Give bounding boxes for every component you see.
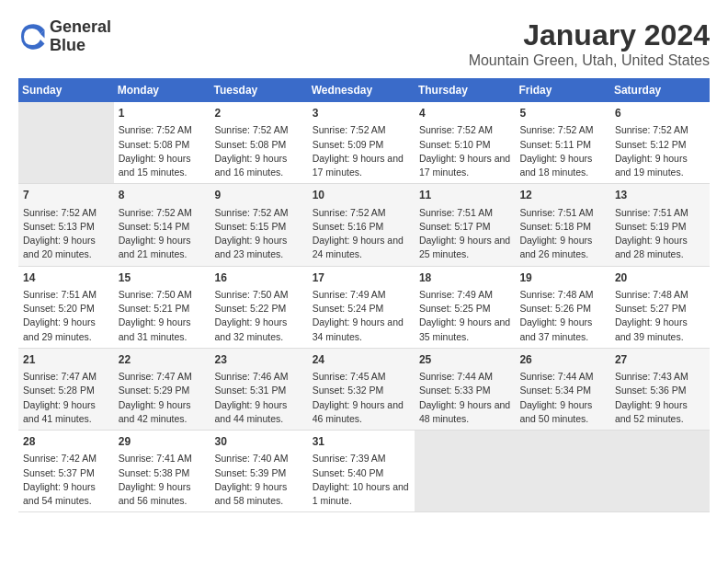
- day-info: Sunrise: 7:52 AMSunset: 5:09 PMDaylight:…: [313, 123, 410, 179]
- day-cell: 16Sunrise: 7:50 AMSunset: 5:22 PMDayligh…: [210, 266, 308, 348]
- header-cell-monday: Monday: [114, 78, 210, 102]
- day-info: Sunrise: 7:51 AMSunset: 5:20 PMDaylight:…: [23, 288, 109, 344]
- day-info: Sunrise: 7:44 AMSunset: 5:34 PMDaylight:…: [519, 370, 605, 426]
- day-number: 28: [23, 434, 109, 450]
- week-row-3: 14Sunrise: 7:51 AMSunset: 5:20 PMDayligh…: [18, 266, 710, 348]
- day-info: Sunrise: 7:47 AMSunset: 5:29 PMDaylight:…: [119, 370, 206, 426]
- day-number: 9: [215, 188, 303, 203]
- day-cell: 23Sunrise: 7:46 AMSunset: 5:31 PMDayligh…: [210, 348, 308, 430]
- day-info: Sunrise: 7:46 AMSunset: 5:31 PMDaylight:…: [215, 370, 303, 426]
- day-cell: 10Sunrise: 7:52 AMSunset: 5:16 PMDayligh…: [308, 184, 415, 266]
- day-cell: 27Sunrise: 7:43 AMSunset: 5:36 PMDayligh…: [610, 348, 710, 430]
- header-cell-sunday: Sunday: [18, 78, 114, 102]
- day-cell: [415, 431, 516, 512]
- page-subtitle: Mountain Green, Utah, United States: [469, 52, 710, 69]
- day-cell: 28Sunrise: 7:42 AMSunset: 5:37 PMDayligh…: [18, 431, 114, 512]
- header-row: SundayMondayTuesdayWednesdayThursdayFrid…: [18, 78, 710, 102]
- day-cell: 9Sunrise: 7:52 AMSunset: 5:15 PMDaylight…: [210, 184, 308, 266]
- day-number: 10: [313, 188, 410, 203]
- day-number: 19: [519, 270, 605, 286]
- day-info: Sunrise: 7:52 AMSunset: 5:10 PMDaylight:…: [419, 123, 511, 179]
- day-cell: [610, 431, 710, 512]
- page-header: General Blue January 2024 Mountain Green…: [18, 18, 710, 69]
- header-cell-wednesday: Wednesday: [308, 78, 415, 102]
- week-row-5: 28Sunrise: 7:42 AMSunset: 5:37 PMDayligh…: [18, 431, 710, 512]
- day-info: Sunrise: 7:52 AMSunset: 5:12 PMDaylight:…: [615, 123, 705, 179]
- day-number: 3: [313, 106, 410, 121]
- day-cell: 19Sunrise: 7:48 AMSunset: 5:26 PMDayligh…: [515, 266, 609, 348]
- day-cell: 31Sunrise: 7:39 AMSunset: 5:40 PMDayligh…: [308, 431, 415, 512]
- title-block: January 2024 Mountain Green, Utah, Unite…: [469, 18, 710, 69]
- day-number: 29: [119, 434, 206, 450]
- day-cell: 1Sunrise: 7:52 AMSunset: 5:08 PMDaylight…: [114, 102, 210, 184]
- day-number: 6: [615, 106, 705, 121]
- logo-icon: [18, 23, 46, 51]
- day-number: 23: [215, 352, 303, 368]
- day-number: 14: [23, 270, 109, 286]
- day-number: 31: [313, 434, 410, 450]
- day-info: Sunrise: 7:49 AMSunset: 5:24 PMDaylight:…: [313, 288, 410, 344]
- day-cell: 3Sunrise: 7:52 AMSunset: 5:09 PMDaylight…: [308, 102, 415, 184]
- calendar-table: SundayMondayTuesdayWednesdayThursdayFrid…: [18, 78, 710, 512]
- day-cell: 2Sunrise: 7:52 AMSunset: 5:08 PMDaylight…: [210, 102, 308, 184]
- day-cell: 14Sunrise: 7:51 AMSunset: 5:20 PMDayligh…: [18, 266, 114, 348]
- day-cell: [515, 431, 609, 512]
- day-number: 20: [615, 270, 705, 286]
- day-info: Sunrise: 7:42 AMSunset: 5:37 PMDaylight:…: [23, 452, 109, 508]
- day-info: Sunrise: 7:41 AMSunset: 5:38 PMDaylight:…: [119, 452, 206, 508]
- day-number: 21: [23, 352, 109, 368]
- day-info: Sunrise: 7:40 AMSunset: 5:39 PMDaylight:…: [215, 452, 303, 508]
- day-cell: 6Sunrise: 7:52 AMSunset: 5:12 PMDaylight…: [610, 102, 710, 184]
- day-number: 2: [215, 106, 303, 121]
- day-info: Sunrise: 7:44 AMSunset: 5:33 PMDaylight:…: [419, 370, 511, 426]
- day-info: Sunrise: 7:52 AMSunset: 5:11 PMDaylight:…: [519, 123, 605, 179]
- day-info: Sunrise: 7:45 AMSunset: 5:32 PMDaylight:…: [313, 370, 410, 426]
- day-info: Sunrise: 7:51 AMSunset: 5:17 PMDaylight:…: [419, 206, 511, 262]
- day-cell: 12Sunrise: 7:51 AMSunset: 5:18 PMDayligh…: [515, 184, 609, 266]
- day-info: Sunrise: 7:49 AMSunset: 5:25 PMDaylight:…: [419, 288, 511, 344]
- header-cell-saturday: Saturday: [610, 78, 710, 102]
- day-cell: 25Sunrise: 7:44 AMSunset: 5:33 PMDayligh…: [415, 348, 516, 430]
- day-number: 30: [215, 434, 303, 450]
- day-info: Sunrise: 7:52 AMSunset: 5:13 PMDaylight:…: [23, 206, 109, 262]
- day-info: Sunrise: 7:52 AMSunset: 5:08 PMDaylight:…: [215, 123, 303, 179]
- day-number: 25: [419, 352, 511, 368]
- day-cell: 5Sunrise: 7:52 AMSunset: 5:11 PMDaylight…: [515, 102, 609, 184]
- day-number: 4: [419, 106, 511, 121]
- day-info: Sunrise: 7:50 AMSunset: 5:21 PMDaylight:…: [119, 288, 206, 344]
- day-cell: 11Sunrise: 7:51 AMSunset: 5:17 PMDayligh…: [415, 184, 516, 266]
- day-number: 26: [519, 352, 605, 368]
- day-info: Sunrise: 7:47 AMSunset: 5:28 PMDaylight:…: [23, 370, 109, 426]
- day-number: 18: [419, 270, 511, 286]
- day-cell: 7Sunrise: 7:52 AMSunset: 5:13 PMDaylight…: [18, 184, 114, 266]
- day-cell: 26Sunrise: 7:44 AMSunset: 5:34 PMDayligh…: [515, 348, 609, 430]
- day-cell: 29Sunrise: 7:41 AMSunset: 5:38 PMDayligh…: [114, 431, 210, 512]
- day-number: 1: [119, 106, 206, 121]
- day-info: Sunrise: 7:48 AMSunset: 5:26 PMDaylight:…: [519, 288, 605, 344]
- day-info: Sunrise: 7:51 AMSunset: 5:18 PMDaylight:…: [519, 206, 605, 262]
- day-cell: [18, 102, 114, 184]
- week-row-2: 7Sunrise: 7:52 AMSunset: 5:13 PMDaylight…: [18, 184, 710, 266]
- day-number: 17: [313, 270, 410, 286]
- week-row-1: 1Sunrise: 7:52 AMSunset: 5:08 PMDaylight…: [18, 102, 710, 184]
- day-number: 8: [119, 188, 206, 203]
- day-cell: 21Sunrise: 7:47 AMSunset: 5:28 PMDayligh…: [18, 348, 114, 430]
- day-cell: 17Sunrise: 7:49 AMSunset: 5:24 PMDayligh…: [308, 266, 415, 348]
- day-cell: 30Sunrise: 7:40 AMSunset: 5:39 PMDayligh…: [210, 431, 308, 512]
- day-info: Sunrise: 7:51 AMSunset: 5:19 PMDaylight:…: [615, 206, 705, 262]
- day-info: Sunrise: 7:48 AMSunset: 5:27 PMDaylight:…: [615, 288, 705, 344]
- day-info: Sunrise: 7:50 AMSunset: 5:22 PMDaylight:…: [215, 288, 303, 344]
- header-cell-friday: Friday: [515, 78, 609, 102]
- header-cell-tuesday: Tuesday: [210, 78, 308, 102]
- day-cell: 20Sunrise: 7:48 AMSunset: 5:27 PMDayligh…: [610, 266, 710, 348]
- day-info: Sunrise: 7:52 AMSunset: 5:14 PMDaylight:…: [119, 206, 206, 262]
- logo-text: General Blue: [50, 18, 111, 55]
- day-info: Sunrise: 7:52 AMSunset: 5:15 PMDaylight:…: [215, 206, 303, 262]
- day-number: 5: [519, 106, 605, 121]
- day-cell: 22Sunrise: 7:47 AMSunset: 5:29 PMDayligh…: [114, 348, 210, 430]
- day-number: 12: [519, 188, 605, 203]
- day-cell: 18Sunrise: 7:49 AMSunset: 5:25 PMDayligh…: [415, 266, 516, 348]
- day-number: 16: [215, 270, 303, 286]
- day-cell: 8Sunrise: 7:52 AMSunset: 5:14 PMDaylight…: [114, 184, 210, 266]
- day-number: 15: [119, 270, 206, 286]
